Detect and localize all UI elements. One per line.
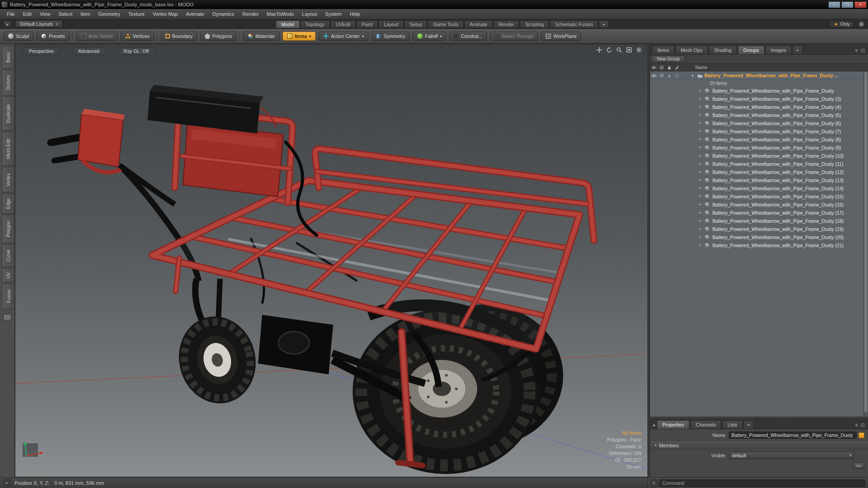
title-bar[interactable]: Battery_Powered_Wheelbarrow_with_Pipe_Fr…	[0, 0, 868, 9]
group-item-row[interactable]: +Battery_Powered_Wheelbarrow_with_Pipe_F…	[650, 192, 863, 201]
command-prompt-button[interactable]: >	[651, 479, 657, 487]
expand-icon[interactable]: +	[699, 186, 704, 191]
menu-item-help[interactable]: Help	[346, 9, 364, 19]
group-item-row[interactable]: +Battery_Powered_Wheelbarrow_with_Pipe_F…	[650, 127, 863, 136]
command-input[interactable]	[659, 479, 865, 487]
menu-item-render[interactable]: Render	[238, 9, 263, 19]
properties-tab-add[interactable]: +	[744, 420, 754, 429]
panel-tab-mesh-ops[interactable]: Mesh Ops	[675, 46, 708, 54]
symmetry-button[interactable]: Symmetry	[372, 32, 410, 41]
panel-tab-shading[interactable]: Shading	[709, 46, 737, 54]
maximize-button[interactable]: □	[841, 1, 854, 8]
layout-tab-uvedit[interactable]: UVEdit	[330, 20, 356, 28]
only-toggle[interactable]: ★ Only	[829, 20, 854, 28]
group-item-row[interactable]: +Battery_Powered_Wheelbarrow_with_Pipe_F…	[650, 209, 863, 217]
group-item-row[interactable]: +Battery_Powered_Wheelbarrow_with_Pipe_F…	[650, 241, 863, 249]
left-tab-uv[interactable]: UV	[2, 268, 14, 282]
expand-icon[interactable]: +	[699, 210, 704, 215]
expand-icon[interactable]: +	[699, 161, 704, 166]
zoom-icon[interactable]	[616, 47, 622, 53]
group-item-row[interactable]: +Battery_Powered_Wheelbarrow_with_Pipe_F…	[650, 176, 863, 184]
viewport-ray-gl-off-button[interactable]: Ray GL: Off	[118, 47, 155, 55]
edit-toggle-icon[interactable]	[673, 74, 681, 78]
falloff-button[interactable]: Falloff▾	[413, 32, 446, 41]
left-tab-duplicate[interactable]: Duplicate	[2, 96, 14, 131]
group-item-row[interactable]: +Battery_Powered_Wheelbarrow_with_Pipe_F…	[650, 87, 863, 95]
auto-select-button[interactable]: Auto Select	[76, 32, 118, 41]
panel-menu-icon[interactable]: ≡	[855, 48, 858, 53]
edit-column-icon[interactable]	[673, 65, 681, 70]
render-toggle-icon[interactable]	[658, 73, 665, 78]
render-column-icon[interactable]	[658, 65, 665, 70]
menu-item-view[interactable]: View	[36, 9, 55, 19]
gear-icon[interactable]	[636, 47, 642, 53]
pan-icon[interactable]	[596, 47, 602, 53]
more-options-button[interactable]: >>	[853, 462, 864, 469]
name-input[interactable]	[729, 432, 857, 439]
expand-icon[interactable]: +	[699, 218, 704, 223]
menu-item-item[interactable]: Item	[76, 9, 94, 19]
visibility-column-icon[interactable]	[650, 66, 658, 70]
properties-tab-channels[interactable]: Channels	[690, 420, 721, 429]
color-swatch-button[interactable]	[859, 432, 864, 438]
expand-icon[interactable]: +	[699, 178, 704, 183]
layout-tab-add[interactable]: +	[599, 20, 609, 28]
materials-button[interactable]: Materials	[243, 32, 279, 41]
group-item-row[interactable]: +Battery_Powered_Wheelbarrow_with_Pipe_F…	[650, 144, 863, 152]
items-button[interactable]: Items▾	[283, 32, 316, 41]
expand-icon[interactable]: +	[699, 202, 704, 207]
action-center-button[interactable]: Action Center▾	[319, 32, 368, 41]
layout-tab-schematic-fusion[interactable]: Schematic Fusion	[550, 20, 598, 28]
menu-item-geometry[interactable]: Geometry	[94, 9, 124, 19]
expand-icon[interactable]: +	[699, 169, 704, 174]
expand-icon[interactable]: +	[699, 194, 704, 199]
properties-tab-properties[interactable]: Properties	[657, 420, 689, 429]
default-layouts-button[interactable]: Default Layouts ▾	[15, 20, 62, 28]
layout-tab-scripting[interactable]: Scripting	[520, 20, 549, 28]
panel-tab-items[interactable]: Items	[652, 46, 675, 54]
close-button[interactable]: ×	[854, 1, 867, 8]
viewport-scene[interactable]	[15, 44, 647, 477]
left-tab-edge[interactable]: Edge	[2, 193, 14, 214]
left-tab-polygon[interactable]: Polygon	[2, 215, 14, 243]
left-tab-deform[interactable]: Deform	[2, 70, 14, 95]
gear-icon[interactable]	[858, 20, 865, 28]
expand-icon[interactable]: +	[699, 145, 704, 150]
layout-tab-layout[interactable]: Layout	[378, 20, 404, 28]
expand-icon[interactable]: +	[699, 104, 704, 109]
visible-dropdown[interactable]: default ▾	[729, 451, 854, 459]
left-tab-basic[interactable]: Basic	[2, 46, 14, 69]
boundary-button[interactable]: Boundary	[161, 32, 197, 41]
workplane-button[interactable]: WorkPlane	[541, 32, 581, 41]
expand-icon[interactable]: +	[699, 153, 704, 158]
layout-tab-model[interactable]: Model	[276, 20, 300, 28]
group-expand-icon[interactable]: ▾	[692, 74, 697, 78]
group-item-row[interactable]: +Battery_Powered_Wheelbarrow_with_Pipe_F…	[650, 184, 863, 192]
expand-icon[interactable]: +	[699, 121, 704, 126]
minimize-button[interactable]: –	[828, 1, 840, 8]
expand-icon[interactable]: +	[699, 226, 704, 231]
lock-toggle-icon[interactable]	[665, 74, 673, 78]
viewport-3d[interactable]: PerspectiveAdvancedRay GL: Off No It	[15, 44, 648, 477]
menu-item-edit[interactable]: Edit	[19, 9, 36, 19]
menu-item-file[interactable]: File	[3, 9, 19, 19]
group-item-row[interactable]: +Battery_Powered_Wheelbarrow_with_Pipe_F…	[650, 160, 863, 168]
group-item-row[interactable]: +Battery_Powered_Wheelbarrow_with_Pipe_F…	[650, 119, 863, 127]
layout-tab-paint[interactable]: Paint	[356, 20, 378, 28]
layout-tab-setup[interactable]: Setup	[404, 20, 427, 28]
group-item-row[interactable]: +Battery_Powered_Wheelbarrow_with_Pipe_F…	[650, 217, 863, 225]
group-item-row[interactable]: +Battery_Powered_Wheelbarrow_with_Pipe_F…	[650, 136, 863, 144]
group-item-row[interactable]: +Battery_Powered_Wheelbarrow_with_Pipe_F…	[650, 201, 863, 209]
left-tab-curve[interactable]: Curve	[2, 244, 14, 267]
properties-tab-lists[interactable]: Lists	[722, 420, 743, 429]
panel-tab-groups[interactable]: Groups	[738, 46, 764, 54]
expand-icon[interactable]: +	[699, 96, 704, 101]
group-item-row[interactable]: +Battery_Powered_Wheelbarrow_with_Pipe_F…	[650, 233, 863, 241]
group-item-row[interactable]: +Battery_Powered_Wheelbarrow_with_Pipe_F…	[650, 95, 863, 103]
left-tab-mesh-edit[interactable]: Mesh Edit	[2, 131, 14, 166]
group-row[interactable]: ▾ Battery_Powered_Wheelbarrow_with_Pipe_…	[650, 71, 863, 80]
viewport-advanced-button[interactable]: Advanced	[72, 47, 106, 55]
panel-splitter-horizontal[interactable]: ●●●	[650, 416, 868, 419]
panel-tab-add[interactable]: +	[793, 46, 802, 54]
lock-column-icon[interactable]	[665, 65, 673, 70]
